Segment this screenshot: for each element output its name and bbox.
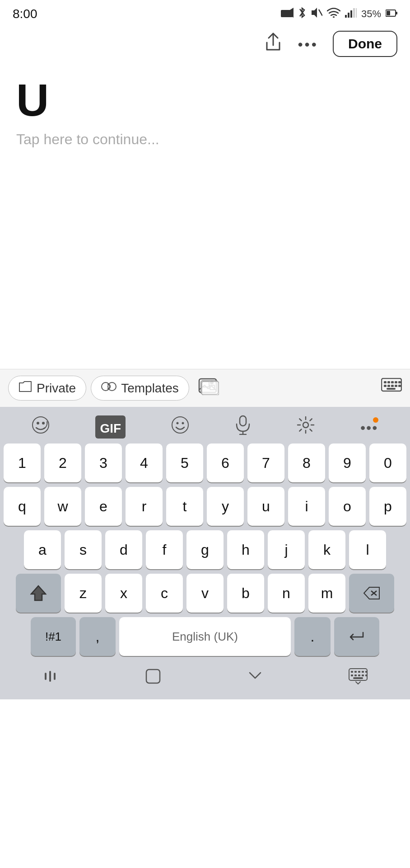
back-nav-button[interactable]: [43, 668, 59, 688]
svg-marker-43: [31, 586, 46, 600]
key-8[interactable]: 8: [288, 443, 325, 482]
svg-rect-30: [398, 381, 401, 383]
folder-icon: [19, 381, 32, 396]
svg-marker-2: [312, 8, 317, 18]
key-m[interactable]: m: [308, 574, 345, 613]
home-nav-button[interactable]: [144, 668, 162, 689]
key-6[interactable]: 6: [207, 443, 244, 482]
svg-rect-52: [354, 671, 357, 673]
image-button[interactable]: [198, 377, 219, 400]
svg-rect-24: [391, 381, 394, 383]
emoji-key[interactable]: [171, 416, 189, 438]
sticker-key[interactable]: [32, 416, 50, 438]
key-7[interactable]: 7: [247, 443, 284, 482]
key-9[interactable]: 9: [329, 443, 366, 482]
more-options-button[interactable]: •••: [296, 33, 320, 55]
key-1[interactable]: 1: [4, 443, 41, 482]
svg-rect-31: [398, 385, 401, 387]
settings-key[interactable]: [297, 416, 315, 438]
shift-key[interactable]: [16, 574, 61, 613]
svg-point-38: [182, 422, 184, 425]
key-e[interactable]: e: [85, 487, 122, 526]
key-w[interactable]: w: [44, 487, 81, 526]
svg-rect-9: [356, 8, 357, 18]
svg-rect-12: [396, 12, 397, 14]
key-4[interactable]: 4: [126, 443, 163, 482]
key-0[interactable]: 0: [369, 443, 406, 482]
svg-point-36: [172, 417, 188, 433]
qwerty-row: q w e r t y u i o p: [3, 487, 407, 526]
key-c[interactable]: c: [146, 574, 183, 613]
svg-rect-32: [387, 388, 396, 390]
key-h[interactable]: h: [227, 530, 264, 569]
zxcv-row: z x c v b n m: [3, 574, 407, 613]
key-a[interactable]: a: [24, 530, 61, 569]
symbol-key[interactable]: !#1: [31, 617, 76, 656]
gif-key[interactable]: GIF: [95, 415, 126, 439]
share-button[interactable]: [263, 31, 283, 57]
svg-rect-23: [387, 381, 390, 383]
key-u[interactable]: u: [247, 487, 284, 526]
key-x[interactable]: x: [105, 574, 142, 613]
keyboard-rows: 1 2 3 4 5 6 7 8 9 0 q w e r t y u i o p …: [0, 443, 410, 656]
key-k[interactable]: k: [308, 530, 345, 569]
signal-icon: [345, 8, 357, 20]
svg-point-37: [177, 422, 179, 425]
key-b[interactable]: b: [227, 574, 264, 613]
period-key[interactable]: .: [294, 617, 331, 656]
wifi-icon: [327, 8, 340, 20]
battery-percentage: 35%: [361, 8, 381, 20]
key-j[interactable]: j: [268, 530, 305, 569]
return-key[interactable]: [334, 617, 379, 656]
key-p[interactable]: p: [369, 487, 406, 526]
svg-point-34: [37, 422, 39, 425]
microphone-key[interactable]: [235, 415, 251, 439]
templates-tab[interactable]: Templates: [91, 376, 189, 401]
svg-rect-47: [49, 671, 51, 682]
key-z[interactable]: z: [65, 574, 102, 613]
key-o[interactable]: o: [329, 487, 366, 526]
svg-rect-29: [395, 385, 397, 387]
key-3[interactable]: 3: [85, 443, 122, 482]
svg-rect-5: [345, 15, 347, 18]
key-g[interactable]: g: [186, 530, 224, 569]
done-button[interactable]: Done: [333, 31, 397, 57]
keyboard-nav-button[interactable]: [349, 668, 368, 688]
key-q[interactable]: q: [4, 487, 41, 526]
svg-rect-51: [351, 671, 353, 673]
svg-rect-46: [45, 673, 47, 680]
key-i[interactable]: i: [288, 487, 325, 526]
mute-icon: [311, 7, 322, 21]
keyboard-special-row: GIF •••: [0, 407, 410, 443]
key-l[interactable]: l: [349, 530, 386, 569]
private-tab[interactable]: Private: [8, 376, 86, 401]
key-f[interactable]: f: [146, 530, 183, 569]
templates-icon: [101, 381, 116, 396]
keyboard-toggle-button[interactable]: [381, 378, 402, 398]
note-title: U: [16, 75, 394, 125]
comma-key[interactable]: ,: [79, 617, 116, 656]
svg-rect-48: [54, 673, 56, 680]
key-n[interactable]: n: [268, 574, 305, 613]
svg-rect-7: [350, 10, 352, 18]
space-key[interactable]: English (UK): [119, 617, 291, 656]
svg-rect-6: [348, 13, 349, 18]
down-nav-button[interactable]: [247, 668, 263, 688]
key-y[interactable]: y: [207, 487, 244, 526]
key-d[interactable]: d: [105, 530, 142, 569]
more-key[interactable]: •••: [360, 417, 378, 437]
svg-rect-60: [365, 675, 367, 676]
svg-rect-28: [391, 385, 394, 387]
svg-rect-59: [362, 675, 364, 676]
key-v[interactable]: v: [186, 574, 224, 613]
svg-rect-39: [240, 416, 246, 426]
backspace-key[interactable]: [349, 574, 394, 613]
key-5[interactable]: 5: [166, 443, 203, 482]
content-area[interactable]: U Tap here to continue...: [0, 61, 410, 369]
key-r[interactable]: r: [126, 487, 163, 526]
key-t[interactable]: t: [166, 487, 203, 526]
key-s[interactable]: s: [65, 530, 102, 569]
svg-rect-58: [358, 675, 360, 676]
key-2[interactable]: 2: [44, 443, 81, 482]
svg-rect-11: [387, 11, 390, 15]
